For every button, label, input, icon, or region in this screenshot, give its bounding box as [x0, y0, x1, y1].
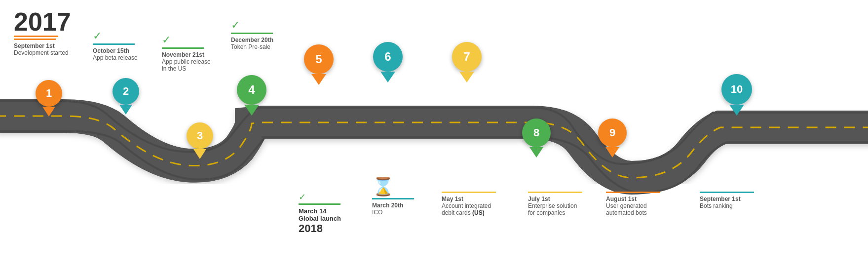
pin-8: 8	[522, 118, 551, 158]
milestone-7-date: May 1st	[442, 196, 496, 202]
milestone-5-date: March 14	[299, 207, 341, 215]
milestone-5-check: ✓	[299, 192, 341, 202]
milestone-7-desc: Account integrateddebit cards (US)	[442, 202, 496, 216]
milestone-1-line	[14, 39, 56, 40]
milestone-7: May 1st Account integrateddebit cards (U…	[442, 192, 496, 216]
milestone-4-line	[231, 33, 273, 34]
milestone-9-desc: User generatedautomated bots	[606, 202, 660, 216]
pin-3-tail	[193, 149, 206, 159]
pin-8-circle: 8	[522, 118, 551, 147]
milestone-5-desc: Global launch	[299, 215, 341, 222]
pin-9: 9	[598, 118, 627, 158]
milestone-10: September 1st Bots ranking	[700, 192, 754, 209]
milestone-5-line	[299, 203, 340, 205]
milestone-4-check: ✓	[231, 19, 273, 32]
milestone-2-desc: App beta release	[93, 54, 138, 61]
pin-4-tail	[244, 105, 259, 116]
pin-7: 7	[452, 42, 482, 82]
milestone-8-line	[528, 192, 582, 193]
milestone-4: ✓ December 20th Token Pre-sale	[231, 19, 273, 50]
milestone-9-date: August 1st	[606, 196, 660, 202]
pin-4-circle: 4	[237, 75, 266, 105]
pin-6: 6	[373, 42, 403, 82]
pin-2-circle: 2	[113, 78, 139, 105]
year-label: 2017	[14, 9, 71, 35]
pin-3-circle: 3	[187, 122, 213, 149]
milestone-3-date: November 21st	[162, 51, 211, 58]
milestone-2-line	[93, 43, 135, 45]
pin-9-circle: 9	[598, 118, 627, 147]
pin-4: 4	[237, 75, 266, 116]
pin-5-circle: 5	[304, 44, 334, 74]
pin-5-tail	[311, 74, 326, 85]
milestone-3-desc: App public releasein the US	[162, 58, 211, 72]
pin-10-tail	[729, 105, 744, 116]
pin-8-tail	[529, 147, 543, 158]
pin-2-tail	[119, 105, 132, 115]
pin-6-tail	[380, 72, 395, 82]
milestone-2: ✓ October 15th App beta release	[93, 30, 138, 61]
milestone-2-check: ✓	[93, 30, 138, 42]
milestone-3-check: ✓	[162, 34, 211, 46]
milestone-6-line	[372, 198, 414, 199]
pin-1-tail	[42, 107, 55, 117]
milestone-6-date: March 20th	[372, 202, 414, 209]
pin-10: 10	[721, 74, 752, 116]
milestone-1-desc: Development started	[14, 49, 69, 56]
pin-2: 2	[113, 78, 139, 115]
milestone-9-line	[606, 192, 660, 193]
milestone-8: July 1st Enterprise solutionfor companie…	[528, 192, 582, 216]
milestone-8-date: July 1st	[528, 196, 582, 202]
milestone-3-line	[162, 47, 204, 49]
pin-3: 3	[187, 122, 213, 159]
pin-1-circle: 1	[36, 80, 62, 107]
milestone-7-line	[442, 192, 496, 193]
milestone-3: ✓ November 21st App public releasein the…	[162, 34, 211, 72]
pin-10-circle: 10	[721, 74, 752, 105]
milestone-1-date: September 1st	[14, 42, 69, 49]
milestone-8-desc: Enterprise solutionfor companies	[528, 202, 582, 216]
milestone-10-desc: Bots ranking	[700, 202, 754, 209]
hourglass-icon: ⌛	[372, 178, 414, 196]
milestone-4-desc: Token Pre-sale	[231, 43, 273, 50]
milestone-6: ⌛ March 20th ICO	[372, 178, 414, 216]
milestone-10-date: September 1st	[700, 196, 754, 202]
milestone-9: August 1st User generatedautomated bots	[606, 192, 660, 216]
milestone-1: September 1st Development started	[14, 39, 69, 56]
milestone-4-date: December 20th	[231, 37, 273, 43]
pin-7-circle: 7	[452, 42, 482, 72]
milestone-5: ✓ March 14 Global launch 2018	[299, 192, 341, 235]
pin-6-circle: 6	[373, 42, 403, 72]
milestone-2-date: October 15th	[93, 47, 138, 54]
pin-5: 5	[304, 44, 334, 85]
pin-1: 1	[36, 80, 62, 117]
pin-9-tail	[605, 147, 619, 158]
milestone-10-line	[700, 192, 754, 193]
pin-7-tail	[459, 72, 474, 82]
year-underline	[14, 36, 58, 37]
milestone-5-year: 2018	[299, 222, 341, 235]
milestone-6-desc: ICO	[372, 209, 414, 216]
roadmap-container: 2017 September 1st Development started ✓…	[0, 0, 868, 276]
